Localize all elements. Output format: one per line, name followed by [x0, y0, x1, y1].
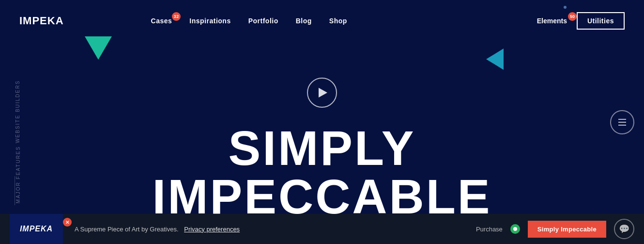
nav-item-portfolio[interactable]: Portfolio [248, 17, 278, 25]
purchase-status-dot [510, 224, 520, 234]
scroll-btn-line [618, 125, 626, 126]
chat-button[interactable]: 💬 [614, 219, 634, 239]
privacy-preferences-link[interactable]: Privacy preferences [184, 226, 240, 233]
play-icon [319, 88, 327, 98]
cookie-text: A Supreme Piece of Art by Greatives. Pri… [75, 226, 476, 233]
cookie-bar: ✕ IMPEKA A Supreme Piece of Art by Great… [0, 214, 644, 244]
header-right: Elements 50 Utilities [537, 12, 625, 30]
hero-line1: SIMPLY [152, 124, 491, 172]
hero-line2: IMPECCABLE [152, 172, 491, 221]
decorative-triangle-blue [486, 49, 504, 70]
scroll-btn-line [618, 122, 626, 123]
main-nav: Cases 32 Inspirations Portfolio Blog Sho… [151, 17, 347, 25]
hero-heading: SIMPLY IMPECCABLE [152, 124, 491, 221]
nav-item-blog[interactable]: Blog [296, 17, 312, 25]
purchase-label: Purchase [476, 226, 503, 233]
nav-item-cases[interactable]: Cases 32 [151, 17, 172, 25]
chat-icon: 💬 [619, 224, 629, 234]
logo[interactable]: IMPEKA [19, 15, 64, 27]
logo-text: IMPEKA [19, 15, 64, 27]
play-button[interactable] [307, 78, 337, 108]
cases-badge: 32 [172, 12, 181, 21]
cookie-close-button[interactable]: ✕ [63, 218, 72, 227]
elements-badge: 50 [568, 12, 577, 21]
side-line [15, 176, 15, 205]
cookie-right-section: Purchase Simply Impeccable 💬 [476, 219, 634, 239]
simply-impeccable-button[interactable]: Simply Impeccable [528, 221, 606, 238]
utilities-button[interactable]: Utilities [577, 12, 625, 30]
scroll-button[interactable] [610, 110, 634, 134]
nav-item-inspirations[interactable]: Inspirations [189, 17, 230, 25]
scroll-btn-line [618, 119, 626, 120]
side-label-major-features: Major Features [15, 146, 21, 203]
cookie-logo: IMPEKA [10, 214, 63, 244]
nav-item-shop[interactable]: Shop [329, 17, 347, 25]
header: IMPEKA Cases 32 Inspirations Portfolio B… [0, 0, 644, 41]
side-label-website-builders: Website Builders [15, 80, 20, 143]
elements-link[interactable]: Elements 50 [537, 17, 567, 25]
